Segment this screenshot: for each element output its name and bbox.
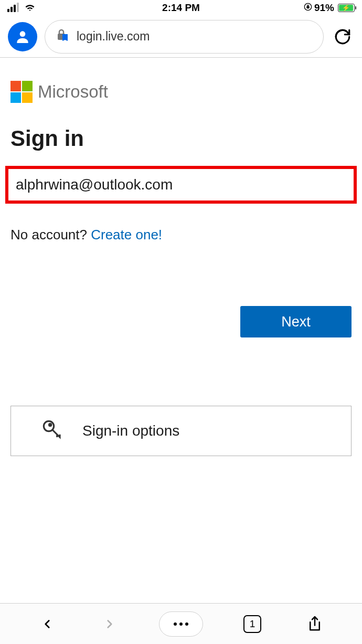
url-text: login.live.com — [77, 29, 150, 44]
reload-button[interactable] — [331, 25, 354, 48]
status-bar: 2:14 PM 91% ⚡ — [0, 0, 362, 16]
browser-toolbar: 1 — [0, 603, 362, 644]
microsoft-logo-row: Microsoft — [10, 81, 352, 103]
no-account-row: No account? Create one! — [10, 227, 352, 243]
browser-address-bar: login.live.com — [0, 16, 362, 58]
microsoft-logo-icon — [10, 81, 33, 103]
svg-point-5 — [49, 424, 51, 426]
status-time: 2:14 PM — [162, 2, 200, 14]
battery-percent: 91% — [314, 2, 334, 14]
wifi-icon — [24, 1, 36, 15]
more-menu-button[interactable] — [159, 611, 203, 637]
tabs-count: 1 — [243, 615, 261, 633]
next-button[interactable]: Next — [240, 306, 352, 337]
back-button[interactable] — [34, 611, 60, 637]
email-input[interactable]: alphrwina@outlook.com — [13, 176, 349, 193]
svg-point-4 — [44, 421, 54, 431]
signin-options-label: Sign-in options — [82, 423, 179, 439]
lock-rotation-icon — [304, 2, 312, 14]
tabs-button[interactable]: 1 — [239, 611, 265, 637]
share-button[interactable] — [302, 611, 328, 637]
signin-options-button[interactable]: Sign-in options — [10, 406, 352, 456]
email-input-highlight[interactable]: alphrwina@outlook.com — [5, 166, 357, 204]
page-content: Microsoft Sign in alphrwina@outlook.com … — [0, 58, 362, 603]
key-icon — [41, 419, 63, 443]
forward-button[interactable] — [97, 611, 123, 637]
svg-rect-1 — [307, 6, 309, 8]
profile-avatar[interactable] — [8, 22, 37, 51]
no-account-text: No account? — [10, 227, 91, 242]
cell-signal-icon — [7, 4, 19, 12]
url-field[interactable]: login.live.com — [45, 20, 324, 54]
brand-name: Microsoft — [38, 82, 108, 102]
battery-icon: ⚡ — [336, 4, 355, 12]
page-title: Sign in — [10, 126, 352, 151]
site-security-icon — [57, 28, 69, 45]
svg-point-2 — [20, 31, 26, 37]
create-account-link[interactable]: Create one! — [91, 227, 162, 242]
